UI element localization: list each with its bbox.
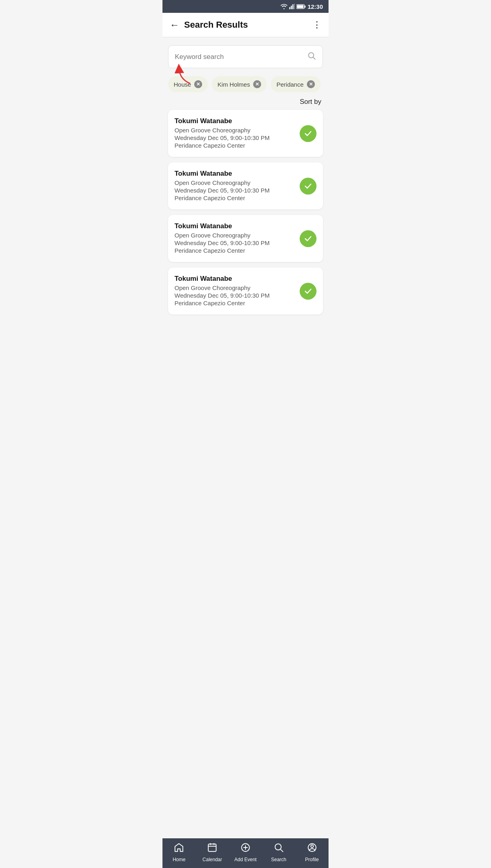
svg-rect-3 — [294, 4, 294, 9]
chip-label: House — [174, 81, 191, 88]
keyword-search-input[interactable] — [175, 53, 307, 61]
svg-rect-1 — [291, 6, 292, 9]
card-choreography: Open Groove Choreography — [174, 179, 295, 186]
filter-chip-chip-peridance[interactable]: Peridance✕ — [271, 76, 321, 92]
page-title: Search Results — [184, 20, 308, 30]
svg-rect-5 — [297, 5, 303, 8]
card-info: Tokumi WatanabeOpen Groove ChoreographyW… — [174, 117, 295, 150]
result-card-2[interactable]: Tokumi WatanabeOpen Groove ChoreographyW… — [168, 162, 323, 209]
main-content: House✕Kim Holmes✕Peridance✕ Sort by Toku… — [162, 37, 329, 356]
chip-close-icon[interactable]: ✕ — [194, 80, 202, 88]
card-location: Peridance Capezio Center — [174, 142, 295, 149]
filter-chip-chip-kim-holmes[interactable]: Kim Holmes✕ — [212, 76, 267, 92]
card-name: Tokumi Watanabe — [174, 170, 295, 178]
chip-close-icon[interactable]: ✕ — [307, 80, 315, 88]
card-info: Tokumi WatanabeOpen Groove ChoreographyW… — [174, 222, 295, 255]
card-schedule: Wednesday Dec 05, 9:00-10:30 PM — [174, 292, 295, 299]
card-schedule: Wednesday Dec 05, 9:00-10:30 PM — [174, 187, 295, 194]
chip-close-icon[interactable]: ✕ — [253, 80, 261, 88]
card-info: Tokumi WatanabeOpen Groove ChoreographyW… — [174, 275, 295, 307]
card-choreography: Open Groove Choreography — [174, 284, 295, 291]
chip-label: Kim Holmes — [217, 81, 250, 88]
result-card-3[interactable]: Tokumi WatanabeOpen Groove ChoreographyW… — [168, 215, 323, 262]
svg-rect-6 — [304, 5, 306, 7]
wifi-icon — [280, 4, 288, 9]
svg-line-8 — [313, 57, 316, 60]
card-location: Peridance Capezio Center — [174, 195, 295, 201]
more-button[interactable]: ⋮ — [312, 20, 321, 30]
card-check-icon — [300, 283, 317, 300]
svg-rect-2 — [292, 4, 294, 9]
card-location: Peridance Capezio Center — [174, 247, 295, 254]
status-time: 12:30 — [308, 3, 323, 10]
card-name: Tokumi Watanabe — [174, 222, 295, 230]
status-bar: 12:30 — [162, 0, 329, 13]
back-button[interactable]: ← — [170, 19, 179, 30]
signal-icon — [289, 4, 295, 9]
card-name: Tokumi Watanabe — [174, 275, 295, 283]
svg-rect-0 — [289, 7, 290, 9]
result-card-1[interactable]: Tokumi WatanabeOpen Groove ChoreographyW… — [168, 110, 323, 157]
card-check-icon — [300, 125, 317, 142]
search-bar — [168, 45, 323, 68]
card-location: Peridance Capezio Center — [174, 300, 295, 306]
filter-chips: House✕Kim Holmes✕Peridance✕ — [168, 76, 323, 92]
card-schedule: Wednesday Dec 05, 9:00-10:30 PM — [174, 239, 295, 246]
search-icon[interactable] — [307, 51, 316, 62]
battery-icon — [296, 4, 306, 9]
sort-label: Sort by — [300, 98, 321, 106]
card-check-icon — [300, 230, 317, 247]
card-schedule: Wednesday Dec 05, 9:00-10:30 PM — [174, 134, 295, 141]
chip-label: Peridance — [276, 81, 304, 88]
svg-point-7 — [308, 53, 314, 58]
card-info: Tokumi WatanabeOpen Groove ChoreographyW… — [174, 170, 295, 202]
card-choreography: Open Groove Choreography — [174, 232, 295, 239]
filter-section: House✕Kim Holmes✕Peridance✕ — [168, 76, 323, 92]
results-list: Tokumi WatanabeOpen Groove ChoreographyW… — [168, 110, 323, 314]
sort-row: Sort by — [168, 98, 323, 106]
filter-chip-chip-house[interactable]: House✕ — [168, 76, 208, 92]
card-choreography: Open Groove Choreography — [174, 127, 295, 134]
card-name: Tokumi Watanabe — [174, 117, 295, 125]
card-check-icon — [300, 178, 317, 195]
result-card-4[interactable]: Tokumi WatanabeOpen Groove ChoreographyW… — [168, 268, 323, 314]
status-icons: 12:30 — [280, 3, 323, 10]
header: ← Search Results ⋮ — [162, 13, 329, 37]
